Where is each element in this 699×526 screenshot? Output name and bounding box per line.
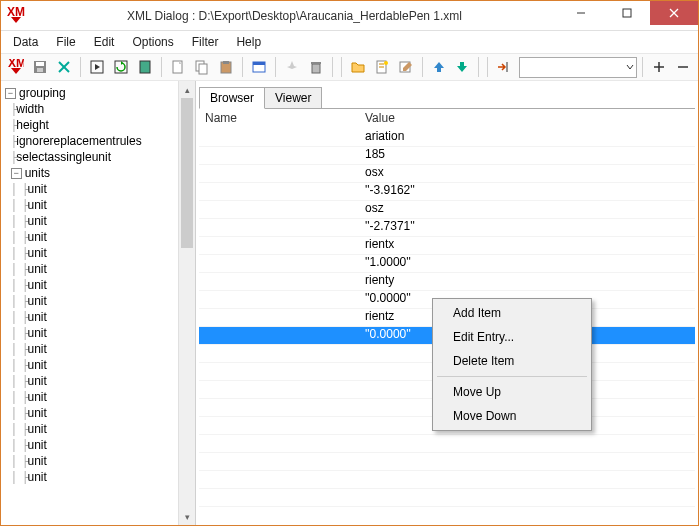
content: −grouping ├ width ├ height ├ ignorerepla… xyxy=(1,81,698,525)
tree-unit-item[interactable]: │ ├ unit xyxy=(5,341,195,357)
column-value[interactable]: Value xyxy=(359,109,695,129)
scroll-up-icon[interactable]: ▴ xyxy=(179,81,195,98)
ctx-move-down[interactable]: Move Down xyxy=(435,404,589,428)
maximize-button[interactable] xyxy=(604,1,650,25)
table-row[interactable]: rientx xyxy=(199,237,695,255)
tabs: Browser Viewer xyxy=(196,84,698,108)
tab-browser[interactable]: Browser xyxy=(199,87,265,109)
tree-unit-item[interactable]: │ ├ unit xyxy=(5,405,195,421)
table-row[interactable]: ''1.0000'' xyxy=(199,255,695,273)
tree-unit-item[interactable]: │ ├ unit xyxy=(5,373,195,389)
table-row[interactable]: 185 xyxy=(199,147,695,165)
edit-icon[interactable] xyxy=(395,56,417,78)
app-icon: XML xyxy=(1,1,31,31)
ctx-delete-item[interactable]: Delete Item xyxy=(435,349,589,373)
table-row[interactable]: osz xyxy=(199,201,695,219)
window-buttons xyxy=(558,1,698,31)
down-arrow-icon[interactable] xyxy=(452,56,474,78)
collapse-icon[interactable]: − xyxy=(5,88,16,99)
tree-unit-item[interactable]: │ ├ unit xyxy=(5,469,195,485)
tree-unit-item[interactable]: │ ├ unit xyxy=(5,357,195,373)
toolbar: XML xyxy=(1,53,698,81)
trash-icon[interactable] xyxy=(305,56,327,78)
ctx-add-item[interactable]: Add Item xyxy=(435,301,589,325)
menubar: Data File Edit Options Filter Help xyxy=(1,31,698,53)
tree-item[interactable]: ├ width xyxy=(5,101,195,117)
table-row[interactable]: ''-2.7371'' xyxy=(199,219,695,237)
tree-unit-item[interactable]: │ ├ unit xyxy=(5,421,195,437)
tree-unit-item[interactable]: │ ├ unit xyxy=(5,277,195,293)
tree-unit-item[interactable]: │ ├ unit xyxy=(5,325,195,341)
svg-rect-16 xyxy=(199,64,207,74)
save-icon[interactable] xyxy=(29,56,51,78)
combo-box[interactable] xyxy=(519,57,637,78)
paste-icon[interactable] xyxy=(215,56,237,78)
scroll-thumb[interactable] xyxy=(181,98,193,248)
tree-item[interactable]: ├ ignorereplacementrules xyxy=(5,133,195,149)
tree-unit-item[interactable]: │ ├ unit xyxy=(5,453,195,469)
tree-unit-item[interactable]: │ ├ unit xyxy=(5,181,195,197)
tree-unit-item[interactable]: │ ├ unit xyxy=(5,389,195,405)
grid-header: Name Value xyxy=(199,109,695,129)
remove-icon[interactable] xyxy=(672,56,694,78)
copy-icon[interactable] xyxy=(191,56,213,78)
table-row[interactable] xyxy=(199,435,695,453)
tree-units[interactable]: −units xyxy=(5,165,195,181)
tree-unit-item[interactable]: │ ├ unit xyxy=(5,293,195,309)
tree-unit-item[interactable]: │ ├ unit xyxy=(5,229,195,245)
new-icon[interactable] xyxy=(167,56,189,78)
ctx-move-up[interactable]: Move Up xyxy=(435,380,589,404)
menu-filter[interactable]: Filter xyxy=(188,33,223,51)
svg-rect-18 xyxy=(223,61,229,64)
indent-icon[interactable] xyxy=(493,56,515,78)
tree-item[interactable]: ├ selectassingleunit xyxy=(5,149,195,165)
xml-icon[interactable]: XML xyxy=(5,56,27,78)
table-row[interactable]: ariation xyxy=(199,129,695,147)
table-row[interactable] xyxy=(199,453,695,471)
tree-root[interactable]: −grouping xyxy=(5,85,195,101)
up-arrow-icon[interactable] xyxy=(428,56,450,78)
wizard-icon[interactable] xyxy=(371,56,393,78)
tree[interactable]: −grouping ├ width ├ height ├ ignorerepla… xyxy=(1,81,195,525)
tree-unit-item[interactable]: │ ├ unit xyxy=(5,245,195,261)
ctx-separator xyxy=(437,376,587,377)
menu-edit[interactable]: Edit xyxy=(90,33,119,51)
svg-rect-20 xyxy=(253,62,265,65)
svg-rect-22 xyxy=(311,62,321,64)
svg-point-24 xyxy=(384,61,388,65)
svg-rect-7 xyxy=(36,62,44,66)
tree-unit-item[interactable]: │ ├ unit xyxy=(5,309,195,325)
tree-unit-item[interactable]: │ ├ unit xyxy=(5,437,195,453)
table-row[interactable]: rienty xyxy=(199,273,695,291)
pin-icon[interactable] xyxy=(281,56,303,78)
minimize-button[interactable] xyxy=(558,1,604,25)
refresh-icon[interactable] xyxy=(110,56,132,78)
table-row[interactable] xyxy=(199,471,695,489)
close-button[interactable] xyxy=(650,1,698,25)
delete-icon[interactable] xyxy=(53,56,75,78)
ctx-edit-entry[interactable]: Edit Entry... xyxy=(435,325,589,349)
table-row[interactable] xyxy=(199,489,695,507)
scroll-down-icon[interactable]: ▾ xyxy=(179,508,195,525)
menu-file[interactable]: File xyxy=(52,33,79,51)
collapse-icon[interactable]: − xyxy=(11,168,22,179)
menu-data[interactable]: Data xyxy=(9,33,42,51)
add-icon[interactable] xyxy=(648,56,670,78)
tab-viewer[interactable]: Viewer xyxy=(264,87,322,108)
tree-unit-item[interactable]: │ ├ unit xyxy=(5,213,195,229)
menu-help[interactable]: Help xyxy=(232,33,265,51)
scrollbar[interactable]: ▴▾ xyxy=(178,81,195,525)
table-row[interactable]: ''-3.9162'' xyxy=(199,183,695,201)
tree-unit-item[interactable]: │ ├ unit xyxy=(5,261,195,277)
tree-item[interactable]: ├ height xyxy=(5,117,195,133)
svg-rect-2 xyxy=(623,9,631,17)
menu-options[interactable]: Options xyxy=(128,33,177,51)
doc-icon[interactable] xyxy=(134,56,156,78)
db-icon[interactable] xyxy=(248,56,270,78)
table-row[interactable]: osx xyxy=(199,165,695,183)
folder-icon[interactable] xyxy=(347,56,369,78)
tree-unit-item[interactable]: │ ├ unit xyxy=(5,197,195,213)
play-icon[interactable] xyxy=(86,56,108,78)
svg-rect-13 xyxy=(140,61,150,73)
column-name[interactable]: Name xyxy=(199,109,359,129)
